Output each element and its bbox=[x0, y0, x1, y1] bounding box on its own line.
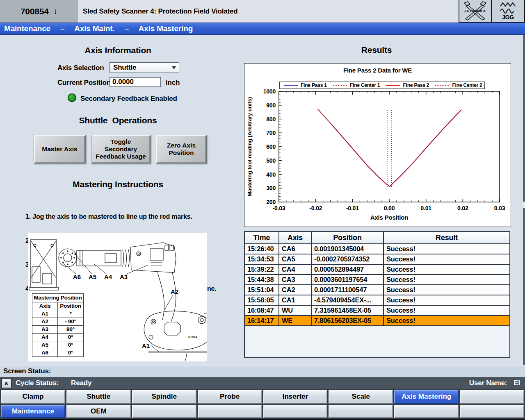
results-table-body: 15:26:40CA60.001901345004Success!15:34:5… bbox=[245, 244, 509, 326]
nav-empty[interactable] bbox=[460, 390, 524, 404]
svg-text:800: 800 bbox=[266, 116, 276, 123]
collapse-panel-button[interactable]: ∧ bbox=[1, 378, 11, 388]
svg-text:0.01: 0.01 bbox=[420, 205, 431, 211]
nav-shuttle[interactable]: Shuttle bbox=[66, 390, 131, 404]
secondary-feedback-led bbox=[68, 93, 76, 102]
column-header-time: Time bbox=[245, 232, 279, 243]
nav-inserter[interactable]: Inserter bbox=[263, 390, 328, 404]
results-table: TimeAxisPositionResult 15:26:40CA60.0019… bbox=[244, 231, 510, 358]
nav-clamp[interactable]: Clamp bbox=[1, 390, 65, 404]
axis-information-title: Axis Information bbox=[49, 45, 187, 55]
svg-text:900: 900 bbox=[266, 102, 276, 109]
secondary-feedback-label: Secondary Feedback Enabled bbox=[80, 95, 177, 103]
svg-text:-0.03: -0.03 bbox=[273, 205, 285, 211]
table-row[interactable]: 15:51:04CA20.0001711100547Success! bbox=[245, 285, 509, 295]
axis-label-a2: A2 bbox=[171, 288, 178, 295]
svg-text:300: 300 bbox=[266, 185, 276, 191]
nav-scale[interactable]: Scale bbox=[329, 390, 393, 404]
table-row[interactable]: 15:34:53CA5-0.0002705974352Success! bbox=[245, 254, 509, 265]
nav-empty[interactable] bbox=[394, 405, 459, 418]
nav-oem[interactable]: OEM bbox=[66, 405, 131, 418]
current-position-input[interactable] bbox=[110, 77, 161, 87]
legend-item: Fine Pass 1 bbox=[280, 82, 331, 89]
chart-legend: Fine Pass 1Fine Center 1Fine Pass 2Fine … bbox=[279, 82, 485, 89]
breadcrumb-maintenance[interactable]: Maintenance bbox=[4, 24, 50, 33]
nav-spindle[interactable]: Spindle bbox=[132, 390, 196, 404]
table-row[interactable]: 16:14:17WE7.806156203EX-05Success! bbox=[245, 316, 509, 326]
column-header-axis: Axis bbox=[279, 232, 312, 243]
column-header-position: Position bbox=[312, 232, 384, 243]
jog-waveform-icon bbox=[498, 1, 518, 14]
alarm-bar: 700854 ↓ Sled Safety Scanner 4: Protecti… bbox=[0, 0, 525, 23]
svg-text:Mastering tool reading (Arbitr: Mastering tool reading (Arbitrary units) bbox=[247, 97, 253, 197]
svg-text:-0.02: -0.02 bbox=[309, 205, 322, 211]
results-table-header: TimeAxisPositionResult bbox=[245, 232, 509, 244]
svg-text:-0.01: -0.01 bbox=[346, 205, 359, 211]
logo-text: ECTROIMPA bbox=[459, 9, 491, 13]
legend-item: Fine Center 1 bbox=[331, 82, 382, 89]
robot-brand-label: KUKA bbox=[188, 335, 198, 339]
user-name-label: User Name: bbox=[469, 379, 507, 387]
screen-status-bar: Screen Status: bbox=[0, 365, 525, 377]
position-unit-label: inch bbox=[166, 79, 180, 87]
cycle-status-label: Cycle Status: bbox=[16, 379, 59, 387]
table-row[interactable]: 16:08:47WU7.315961458EX-05Success! bbox=[245, 306, 509, 316]
axis-selection-dropdown[interactable]: Shuttle bbox=[110, 62, 179, 73]
table-row[interactable]: 15:44:38CA30.0003601197654Success! bbox=[245, 275, 509, 285]
svg-text:0.03: 0.03 bbox=[494, 205, 505, 211]
user-name-value: EI bbox=[514, 379, 520, 387]
nav-probe[interactable]: Probe bbox=[198, 390, 262, 404]
nav-maintenance[interactable]: Maintenance bbox=[1, 405, 65, 418]
navigation-button-grid: ClampShuttleSpindleProbeInserterScaleAxi… bbox=[0, 389, 525, 419]
table-row[interactable]: 15:26:40CA60.001901345004Success! bbox=[245, 244, 509, 254]
zero-axis-position-button[interactable]: Zero AxisPosition bbox=[156, 135, 207, 163]
svg-text:1000: 1000 bbox=[263, 88, 276, 95]
svg-text:200: 200 bbox=[266, 199, 276, 205]
nav-axis-mastering[interactable]: Axis Mastering bbox=[394, 390, 459, 404]
scrollbar-track[interactable] bbox=[523, 35, 525, 365]
table-row[interactable]: 15:39:22CA40.000552894497Success! bbox=[245, 265, 509, 275]
nav-empty[interactable] bbox=[132, 405, 196, 418]
table-row[interactable]: 15:58:05CA1-4.579409454EX-...Success! bbox=[245, 295, 509, 306]
instruction-step: 1. Jog the axis to be mastered to line u… bbox=[25, 213, 216, 221]
scrollbar-thumb[interactable] bbox=[523, 202, 525, 208]
nav-empty[interactable] bbox=[329, 405, 393, 418]
svg-text:700: 700 bbox=[266, 129, 276, 136]
breadcrumb-axis-mastering[interactable]: Axis Mastering bbox=[139, 24, 193, 33]
mastering-position-table: Mastering PositionAxisPositionA1*A2- 90°… bbox=[32, 293, 84, 357]
axis-label-a5: A5 bbox=[89, 273, 96, 280]
jog-button[interactable]: JOG bbox=[492, 0, 525, 23]
chevron-up-icon: ∧ bbox=[4, 380, 9, 386]
legend-item: Fine Pass 2 bbox=[382, 82, 434, 89]
breadcrumb-axis-maint[interactable]: Axis Maint. bbox=[74, 24, 114, 33]
main-content: Axis Information Axis Selection Shuttle … bbox=[0, 35, 525, 365]
screen-status-label: Screen Status: bbox=[3, 367, 51, 375]
chart-title: Fine Pass 2 Data for WE bbox=[244, 67, 511, 74]
master-axis-button[interactable]: Master Axis bbox=[34, 135, 86, 163]
nav-empty[interactable] bbox=[460, 405, 524, 418]
axis-selection-value: Shuttle bbox=[113, 64, 136, 72]
svg-text:400: 400 bbox=[266, 171, 276, 178]
cycle-status-value: Ready bbox=[71, 379, 91, 387]
svg-text:0.00: 0.00 bbox=[384, 205, 395, 211]
breadcrumb-separator: – bbox=[60, 24, 64, 33]
toggle-secondary-feedback-usage-button[interactable]: Toggle SecondaryFeedback Usage bbox=[91, 135, 151, 163]
electroimpact-logo-button[interactable]: ECTROIMPA bbox=[459, 0, 492, 23]
results-chart-panel: -0.03-0.02-0.010.000.010.020.03200300400… bbox=[244, 63, 511, 227]
current-position-label: Current Position bbox=[57, 79, 111, 87]
axis-label-a1: A1 bbox=[142, 342, 150, 349]
column-header-result: Result bbox=[384, 232, 509, 243]
svg-text:Axis Position: Axis Position bbox=[370, 214, 408, 221]
alarm-dropdown-arrow-icon[interactable]: ↓ bbox=[54, 7, 57, 16]
nav-empty[interactable] bbox=[263, 405, 328, 418]
mastering-position-title: Mastering Position bbox=[32, 294, 83, 302]
nav-empty[interactable] bbox=[198, 405, 262, 418]
hmi-screen: 700854 ↓ Sled Safety Scanner 4: Protecti… bbox=[0, 0, 525, 420]
operations-title: Shuttle Operations bbox=[49, 116, 187, 125]
cycle-status-bar: ∧ Cycle Status: Ready User Name: EI bbox=[0, 377, 525, 389]
svg-text:0.02: 0.02 bbox=[457, 205, 468, 211]
alarm-number-tab[interactable]: 700854 ↓ bbox=[0, 0, 78, 23]
breadcrumb-separator: – bbox=[124, 24, 128, 33]
axis-selection-label: Axis Selection bbox=[57, 64, 104, 72]
alarm-number: 700854 bbox=[21, 7, 49, 16]
